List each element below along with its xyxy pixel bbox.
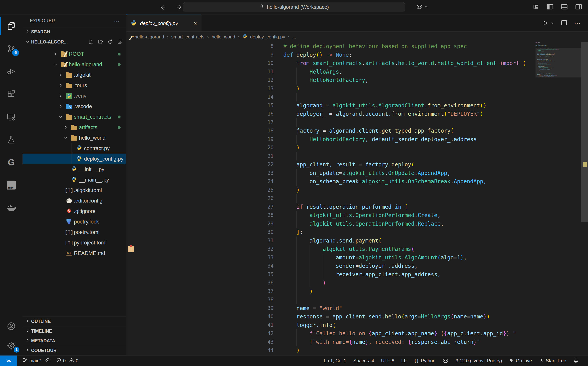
- tree-item--main-py[interactable]: __main__.py: [23, 175, 126, 185]
- toggle-panel-icon[interactable]: [561, 4, 568, 10]
- code-line-11[interactable]: 11 HelloArgs,: [126, 68, 535, 76]
- code-line-31[interactable]: 31 algorand.send.payment(: [126, 236, 535, 245]
- section-workspace[interactable]: HELLO-ALGOR...: [23, 37, 126, 47]
- source-control-icon[interactable]: 6: [0, 37, 23, 60]
- code-line-27[interactable]: 27 if result.operation_performed in [: [126, 203, 535, 211]
- code-line-20[interactable]: 20 ): [126, 144, 535, 152]
- section-metadata[interactable]: METADATA: [23, 336, 126, 346]
- more-actions-icon[interactable]: ⋯: [574, 19, 581, 27]
- tree-item--algokit[interactable]: .algokit: [23, 70, 126, 80]
- notifications-bell-icon[interactable]: [573, 358, 579, 364]
- breadcrumb-item[interactable]: deploy_config.py: [250, 34, 285, 40]
- docker-icon[interactable]: [0, 196, 23, 219]
- code-line-33[interactable]: 33 amount=algokit_utils.AlgoAmount(algo=…: [126, 253, 535, 262]
- new-folder-icon[interactable]: [98, 39, 103, 46]
- python-interpreter[interactable]: 3.12.0 ('.venv': Poetry): [456, 358, 502, 364]
- breadcrumb-item[interactable]: hello-algorand: [135, 34, 164, 40]
- scrollbar-thumb[interactable]: [581, 42, 588, 222]
- section-outline[interactable]: OUTLINE: [23, 316, 126, 326]
- tree-item--tours[interactable]: .tours: [23, 80, 126, 91]
- accounts-icon[interactable]: [0, 316, 23, 336]
- code-line-12[interactable]: 12 HelloWorldFactory,: [126, 76, 535, 84]
- breadcrumb-item[interactable]: ...: [292, 34, 296, 40]
- code-line-29[interactable]: 29 algokit_utils.OperationPerformed.Repl…: [126, 220, 535, 228]
- customize-layout-icon[interactable]: [532, 3, 539, 11]
- code-line-35[interactable]: 35 receiver=app_client.app_address,: [126, 270, 535, 279]
- dotenv-icon[interactable]: .ENV: [0, 174, 23, 196]
- tab-deploy-config[interactable]: deploy_config.py ×: [126, 15, 201, 31]
- cursor-position[interactable]: Ln 1, Col 1: [324, 358, 346, 364]
- code-line-9[interactable]: 9def deploy() -> None:: [126, 51, 535, 59]
- run-debug-icon[interactable]: [0, 60, 23, 83]
- tree-item--venv[interactable]: .venv: [23, 91, 126, 101]
- code-line-36[interactable]: 36 ): [126, 279, 535, 287]
- code-line-8[interactable]: 8# define deployment behaviour based on …: [126, 42, 535, 51]
- tree-item-readme-md[interactable]: M↓README.md: [23, 248, 126, 259]
- code-line-28[interactable]: 28 algokit_utils.OperationPerformed.Crea…: [126, 211, 535, 220]
- minimap[interactable]: import loggingimport algokit_utilslogger…: [535, 42, 581, 355]
- collapse-all-icon[interactable]: [117, 39, 123, 46]
- split-editor-icon[interactable]: [561, 19, 567, 27]
- tree-item--algokit-toml[interactable]: [T].algokit.toml: [23, 185, 126, 196]
- testing-icon[interactable]: [0, 128, 23, 151]
- code-line-39[interactable]: 39 name = "world": [126, 304, 535, 313]
- sync-cloud-icon[interactable]: [45, 358, 51, 364]
- explorer-icon[interactable]: [0, 15, 23, 37]
- encoding[interactable]: UTF-8: [381, 358, 394, 364]
- code-line-18[interactable]: 18 factory = algorand.client.get_typed_a…: [126, 127, 535, 135]
- breadcrumb-item[interactable]: smart_contracts: [171, 34, 205, 40]
- code-editor[interactable]: 8# define deployment behaviour based on …: [126, 42, 535, 355]
- language-mode[interactable]: {} Python: [414, 358, 435, 364]
- tree-item--editorconfig[interactable]: .editorconfig: [23, 196, 126, 206]
- tree-item--vscode[interactable]: .vscode: [23, 101, 126, 112]
- code-line-22[interactable]: 22 app_client, result = factory.deploy(: [126, 160, 535, 169]
- code-line-30[interactable]: 30 ]:: [126, 228, 535, 236]
- code-line-13[interactable]: 13 ): [126, 84, 535, 93]
- code-line-25[interactable]: 25 ): [126, 186, 535, 194]
- code-line-26[interactable]: 26: [126, 194, 535, 203]
- code-line-21[interactable]: 21: [126, 152, 535, 160]
- git-branch-item[interactable]: main*: [23, 358, 51, 364]
- code-line-37[interactable]: 37 ): [126, 287, 535, 296]
- command-center-search[interactable]: hello-algorand (Workspace): [183, 2, 405, 12]
- new-file-icon[interactable]: [88, 39, 94, 46]
- code-line-34[interactable]: 34 sender=deployer_.address,: [126, 262, 535, 270]
- go-live-item[interactable]: Go Live: [509, 358, 532, 364]
- close-icon[interactable]: ×: [193, 20, 197, 27]
- gitlens-icon[interactable]: G: [0, 151, 23, 174]
- tree-item-pyproject-toml[interactable]: [T]pyproject.toml: [23, 237, 126, 248]
- code-line-40[interactable]: 40 response = app_client.send.hello(args…: [126, 313, 535, 321]
- problems-item[interactable]: 0 0: [56, 358, 78, 364]
- toggle-sidebar-icon[interactable]: [546, 4, 553, 10]
- copilot-menu[interactable]: [416, 4, 428, 10]
- indentation[interactable]: Spaces: 4: [353, 358, 374, 364]
- refresh-icon[interactable]: [107, 39, 113, 46]
- explorer-more-icon[interactable]: ⋯: [114, 17, 120, 24]
- tree-item--init-py[interactable]: __init__.py: [23, 164, 126, 175]
- code-line-42[interactable]: 42 f"Called hello on {app_client.app_nam…: [126, 329, 535, 338]
- live-share-item[interactable]: Start Tree: [539, 358, 566, 364]
- tree-item-artifacts[interactable]: artifacts: [23, 122, 126, 133]
- section-search[interactable]: SEARCH: [23, 27, 126, 37]
- section-timeline[interactable]: TIMELINE: [23, 326, 126, 336]
- code-line-10[interactable]: 10 from smart_contracts.artifacts.hello_…: [126, 59, 535, 68]
- tree-item-contract-py[interactable]: contract.py: [23, 143, 126, 153]
- tree-item-hello-algorand[interactable]: hello-algorand: [23, 59, 126, 70]
- tree-item-poetry-toml[interactable]: [T]poetry.toml: [23, 227, 126, 237]
- toggle-secondary-sidebar-icon[interactable]: [575, 4, 582, 10]
- code-line-17[interactable]: 17: [126, 118, 535, 127]
- remote-explorer-icon[interactable]: [0, 106, 23, 128]
- run-python-file-icon[interactable]: [542, 20, 554, 26]
- copilot-status-icon[interactable]: [442, 358, 449, 364]
- minimap-slider[interactable]: [535, 48, 581, 77]
- eol[interactable]: LF: [401, 358, 407, 364]
- tree-item-smart-contracts[interactable]: smart_contracts: [23, 112, 126, 122]
- code-line-15[interactable]: 15 algorand = algokit_utils.AlgorandClie…: [126, 101, 535, 110]
- code-line-24[interactable]: 24 on_schema_break=algokit_utils.OnSchem…: [126, 177, 535, 186]
- code-line-16[interactable]: 16 deployer_ = algorand.account.from_env…: [126, 110, 535, 118]
- tree-item-poetry-lock[interactable]: poetry.lock: [23, 216, 126, 227]
- tree-item-hello-world[interactable]: hello_world: [23, 133, 126, 143]
- code-line-44[interactable]: 44 ): [126, 346, 535, 355]
- code-line-32[interactable]: 32 algokit_utils.PaymentParams(: [126, 245, 535, 253]
- code-line-23[interactable]: 23 on_update=algokit_utils.OnUpdate.Appe…: [126, 169, 535, 177]
